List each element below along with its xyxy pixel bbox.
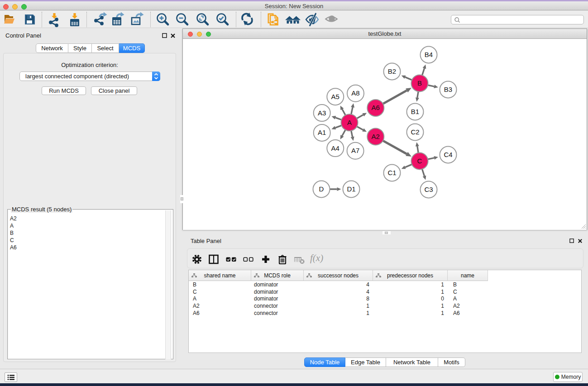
svg-text:A5: A5 <box>331 93 339 100</box>
svg-text:A1: A1 <box>318 129 326 136</box>
svg-text:D1: D1 <box>347 185 355 193</box>
svg-text:A8: A8 <box>351 89 359 97</box>
svg-text:C1: C1 <box>387 169 396 176</box>
svg-text:C: C <box>417 157 422 165</box>
svg-text:C2: C2 <box>411 128 419 136</box>
svg-text:B1: B1 <box>411 108 419 115</box>
svg-text:B: B <box>417 79 422 87</box>
svg-text:A7: A7 <box>351 147 359 154</box>
svg-text:A6: A6 <box>372 104 380 111</box>
svg-text:A2: A2 <box>372 133 380 140</box>
svg-text:D: D <box>319 185 324 193</box>
svg-text:A: A <box>347 119 352 126</box>
svg-text:C4: C4 <box>444 151 452 158</box>
svg-text:B3: B3 <box>444 86 452 93</box>
svg-text:A4: A4 <box>331 144 339 152</box>
svg-text:B4: B4 <box>425 51 433 58</box>
svg-text:C3: C3 <box>424 186 433 193</box>
svg-text:B2: B2 <box>388 67 396 75</box>
svg-text:A3: A3 <box>318 109 326 117</box>
